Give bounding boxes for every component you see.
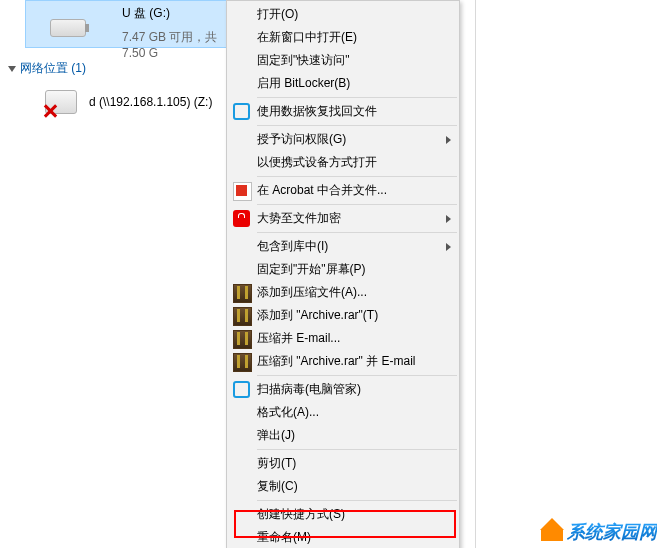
archive-icon (233, 284, 252, 303)
menu-separator (257, 125, 457, 126)
menu-separator (257, 375, 457, 376)
archive-icon (233, 330, 252, 349)
drive-subtitle: 7.47 GB 可用，共 7.50 G (122, 29, 226, 60)
house-icon (541, 523, 563, 541)
watermark: 系统家园网 (541, 520, 657, 544)
menu-cut[interactable]: 剪切(T) (227, 452, 459, 475)
menu-eject[interactable]: 弹出(J) (227, 424, 459, 447)
menu-separator (257, 232, 457, 233)
menu-pin-quick-access[interactable]: 固定到"快速访问" (227, 49, 459, 72)
context-menu: 打开(O) 在新窗口中打开(E) 固定到"快速访问" 启用 BitLocker(… (226, 0, 460, 548)
menu-separator (257, 176, 457, 177)
menu-scan-virus[interactable]: 扫描病毒(电脑管家) (227, 378, 459, 401)
menu-separator (257, 97, 457, 98)
submenu-arrow-icon (446, 215, 451, 223)
menu-separator (257, 500, 457, 501)
network-location-header[interactable]: 网络位置 (1) (8, 60, 86, 77)
menu-pin-start[interactable]: 固定到"开始"屏幕(P) (227, 258, 459, 281)
menu-open-portable[interactable]: 以便携式设备方式打开 (227, 151, 459, 174)
menu-acrobat-merge[interactable]: 在 Acrobat 中合并文件... (227, 179, 459, 202)
menu-open[interactable]: 打开(O) (227, 3, 459, 26)
shield-icon (233, 381, 250, 398)
menu-add-archive-rar[interactable]: 添加到 "Archive.rar"(T) (227, 304, 459, 327)
pdf-icon (233, 182, 252, 201)
menu-format[interactable]: 格式化(A)... (227, 401, 459, 424)
watermark-text: 系统家园网 (567, 520, 657, 544)
menu-separator (257, 204, 457, 205)
submenu-arrow-icon (446, 243, 451, 251)
menu-include-lib[interactable]: 包含到库中(I) (227, 235, 459, 258)
usb-drive-icon (50, 19, 86, 37)
menu-zip-email[interactable]: 压缩并 E-mail... (227, 327, 459, 350)
network-location-label: 网络位置 (1) (20, 60, 86, 77)
submenu-arrow-icon (446, 136, 451, 144)
data-recover-icon (233, 103, 250, 120)
menu-separator (257, 449, 457, 450)
menu-open-new-window[interactable]: 在新窗口中打开(E) (227, 26, 459, 49)
archive-icon (233, 307, 252, 326)
menu-grant-access[interactable]: 授予访问权限(G) (227, 128, 459, 151)
menu-zip-archive-email[interactable]: 压缩到 "Archive.rar" 并 E-mail (227, 350, 459, 373)
menu-rename[interactable]: 重命名(M) (227, 526, 459, 548)
drive-tile[interactable]: U 盘 (G:) 7.47 GB 可用，共 7.50 G (25, 0, 227, 48)
menu-create-shortcut[interactable]: 创建快捷方式(S) (227, 503, 459, 526)
drive-title: U 盘 (G:) (122, 5, 170, 22)
menu-add-archive[interactable]: 添加到压缩文件(A)... (227, 281, 459, 304)
disconnected-icon (42, 103, 58, 119)
menu-data-recover[interactable]: 使用数据恢复找回文件 (227, 100, 459, 123)
collapse-icon (8, 66, 16, 72)
lock-icon (233, 210, 250, 227)
archive-icon (233, 353, 252, 372)
network-drive-icon (45, 90, 77, 114)
menu-copy[interactable]: 复制(C) (227, 475, 459, 498)
menu-encrypt[interactable]: 大势至文件加密 (227, 207, 459, 230)
network-drive-item[interactable]: d (\\192.168.1.105) (Z:) (45, 90, 212, 114)
menu-bitlocker[interactable]: 启用 BitLocker(B) (227, 72, 459, 95)
network-drive-label: d (\\192.168.1.105) (Z:) (89, 95, 212, 109)
